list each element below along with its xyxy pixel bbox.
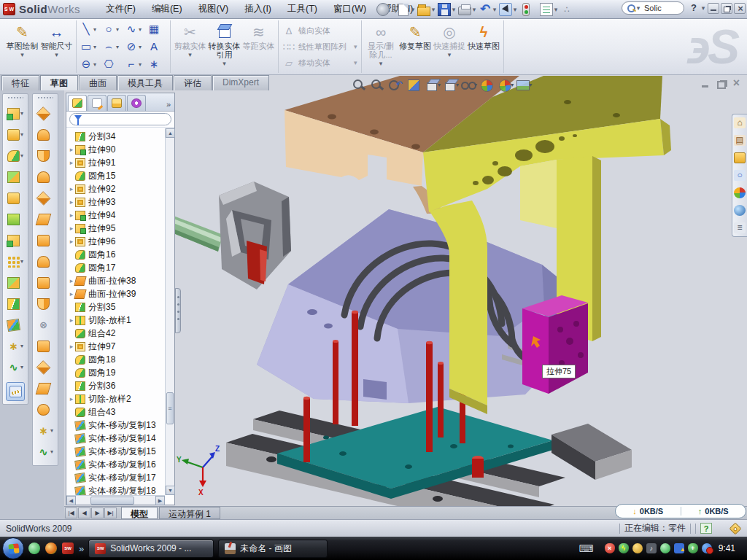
display-delete-relations-button[interactable]: ∞ 显示/删除几... ▾ bbox=[364, 20, 398, 73]
expand-arrow-icon[interactable]: ▸ bbox=[68, 316, 75, 324]
command-tab[interactable]: 草图 bbox=[40, 75, 78, 90]
caret-icon[interactable]: ▾ bbox=[93, 26, 100, 33]
line-tool-icon[interactable]: ╲ bbox=[79, 22, 93, 36]
tree-vertical-scrollbar[interactable]: ▲ ▼ bbox=[165, 128, 174, 495]
solidworks-resources-icon[interactable]: ⌂ bbox=[734, 117, 746, 128]
expand-arrow-icon[interactable]: ▸ bbox=[68, 395, 75, 402]
cross-break-icon[interactable] bbox=[36, 383, 52, 394]
command-tab[interactable]: DimXpert bbox=[212, 75, 269, 90]
slot-tool-icon[interactable]: ⊖ bbox=[79, 57, 93, 71]
ellipse-tool-icon[interactable]: ⊘ bbox=[124, 39, 139, 54]
next-tab-button[interactable]: ▶ bbox=[91, 508, 104, 518]
arc-tool-icon[interactable]: ⌢ bbox=[101, 39, 116, 54]
help-button[interactable]: ? bbox=[687, 1, 700, 15]
caret-icon[interactable]: ▾ bbox=[139, 26, 145, 33]
tray-shield-plus-icon[interactable]: + bbox=[688, 543, 698, 553]
help-caret-icon[interactable]: ▾ bbox=[700, 4, 706, 12]
input-method-keyboard-icon[interactable]: ⌨ bbox=[578, 542, 593, 554]
expand-arrow-icon[interactable]: ▸ bbox=[68, 159, 75, 166]
point-tool-icon[interactable]: ∗ bbox=[147, 57, 161, 71]
expand-arrow-icon[interactable]: ▸ bbox=[68, 238, 75, 245]
design-library-icon[interactable]: ▤ bbox=[734, 135, 746, 146]
text-tool-icon[interactable]: A bbox=[147, 39, 161, 54]
sketch-draw-button[interactable]: ✎ 草图绘制 ▾ bbox=[5, 20, 39, 73]
tree-item[interactable]: ▸ 切除-放样1 bbox=[68, 314, 165, 327]
caret-icon[interactable]: ▾ bbox=[20, 343, 23, 349]
tree-item[interactable]: ▸ 分割35 bbox=[68, 300, 165, 314]
select-cursor-icon[interactable] bbox=[499, 3, 512, 16]
appearances-scenes-icon[interactable] bbox=[734, 205, 746, 216]
taskbar-clock[interactable]: 9:41 bbox=[716, 543, 741, 553]
document-tab[interactable]: 运动算例 1 bbox=[159, 507, 220, 519]
expand-arrow-icon[interactable]: ▸ bbox=[68, 343, 75, 350]
toolbar-grip[interactable] bbox=[37, 96, 53, 100]
dropdown-caret-icon[interactable]: ▾ bbox=[410, 6, 416, 13]
tray-antivirus-alert-icon[interactable]: × bbox=[605, 543, 615, 553]
offset-entities-button[interactable]: ≋ 等距实体 bbox=[241, 20, 276, 73]
caret-icon[interactable]: ▾ bbox=[93, 61, 100, 68]
quick-launch-chevron[interactable]: » bbox=[79, 543, 84, 554]
tray-badge-icon[interactable] bbox=[632, 543, 643, 553]
tray-volume-icon[interactable]: ♪ bbox=[646, 543, 657, 553]
command-tab[interactable]: 曲面 bbox=[79, 75, 117, 90]
tree-item[interactable]: ▸ 分割34 bbox=[68, 130, 165, 143]
measure-tool-button-pressed[interactable] bbox=[6, 382, 25, 401]
swept-boss-icon[interactable] bbox=[7, 171, 20, 183]
mirror-entities-item[interactable]: ∆ 镜向实体 ▾ bbox=[282, 23, 357, 38]
extruded-boss-icon[interactable] bbox=[7, 108, 20, 120]
expand-arrow-icon[interactable]: ▸ bbox=[68, 185, 75, 192]
new-document-icon[interactable] bbox=[398, 4, 409, 16]
caret-icon[interactable]: ▾ bbox=[20, 152, 23, 159]
tree-item[interactable]: ▸ 实体-移动/复制14 bbox=[68, 432, 165, 445]
flatten-icon[interactable] bbox=[37, 235, 50, 246]
scroll-thumb[interactable] bbox=[90, 497, 134, 505]
edge-flange-icon[interactable] bbox=[37, 129, 50, 141]
tree-item[interactable]: ▸ 实体-移动/复制15 bbox=[68, 445, 165, 458]
configurationmanager-tab[interactable] bbox=[107, 95, 126, 111]
caret-icon[interactable]: ▾ bbox=[139, 44, 145, 50]
convert-entities-button[interactable]: 转换实体引用 ▾ bbox=[207, 20, 241, 73]
scroll-up-button[interactable]: ▲ bbox=[166, 128, 175, 138]
propertymanager-tab[interactable] bbox=[88, 95, 107, 111]
sketch-picture-icon[interactable]: ▦ bbox=[147, 22, 161, 36]
tree-item[interactable]: ▸ 拉伸91 bbox=[68, 156, 165, 169]
tray-shield-boost-icon[interactable]: ϟ bbox=[619, 543, 629, 553]
toolbar-overflow-icon[interactable]: ∴ bbox=[560, 3, 573, 16]
base-flange-icon[interactable] bbox=[36, 106, 51, 121]
caret-icon[interactable]: ▾ bbox=[55, 51, 58, 58]
tree-item[interactable]: ▸ 拉伸96 bbox=[68, 235, 165, 248]
taskbar-window-button[interactable]: 未命名 - 画图 bbox=[218, 540, 328, 558]
featuremanager-tree-tab[interactable] bbox=[68, 95, 87, 111]
taskbar-window-button[interactable]: SW SolidWorks 2009 - ... bbox=[88, 540, 214, 558]
forming-tool-icon[interactable] bbox=[36, 214, 52, 225]
close-button[interactable] bbox=[734, 3, 746, 14]
tag-icon[interactable] bbox=[729, 522, 742, 534]
tree-item[interactable]: ▸ 拉伸94 bbox=[68, 209, 165, 222]
first-tab-button[interactable]: |◀ bbox=[65, 508, 77, 518]
caret-icon[interactable]: ▾ bbox=[50, 427, 53, 434]
document-tab[interactable]: 模型 bbox=[121, 507, 158, 519]
dropdown-caret-icon[interactable]: ▾ bbox=[430, 6, 436, 13]
scroll-right-button[interactable]: ▶ bbox=[155, 496, 165, 505]
expand-arrow-icon[interactable]: ▸ bbox=[68, 146, 75, 153]
search-box[interactable]: ▾ Solic bbox=[622, 1, 684, 15]
spline-tool-icon[interactable]: ∿ bbox=[124, 22, 139, 36]
scroll-left-button[interactable]: ◀ bbox=[66, 496, 76, 505]
tree-item[interactable]: ▸ 圆角15 bbox=[68, 169, 165, 182]
caret-icon[interactable]: ▾ bbox=[20, 51, 24, 58]
save-icon[interactable] bbox=[438, 3, 451, 16]
caret-icon[interactable]: ▾ bbox=[20, 258, 23, 265]
combine-icon[interactable] bbox=[7, 277, 20, 289]
tree-filter-input[interactable] bbox=[69, 113, 171, 125]
restore-button[interactable] bbox=[721, 3, 732, 14]
last-tab-button[interactable]: ▶| bbox=[104, 508, 117, 518]
menu-item[interactable]: 插入(I) bbox=[236, 0, 279, 18]
caret-icon[interactable]: ▾ bbox=[20, 364, 23, 370]
options-list-icon[interactable] bbox=[540, 3, 553, 16]
tray-updater-icon[interactable] bbox=[702, 543, 712, 553]
unfold-icon[interactable] bbox=[37, 277, 50, 289]
view-palette-icon[interactable] bbox=[734, 187, 746, 198]
prev-tab-button[interactable]: ◀ bbox=[78, 508, 90, 518]
tree-item[interactable]: ▸ 曲面-拉伸38 bbox=[68, 274, 165, 287]
pin-icon[interactable] bbox=[376, 3, 390, 16]
